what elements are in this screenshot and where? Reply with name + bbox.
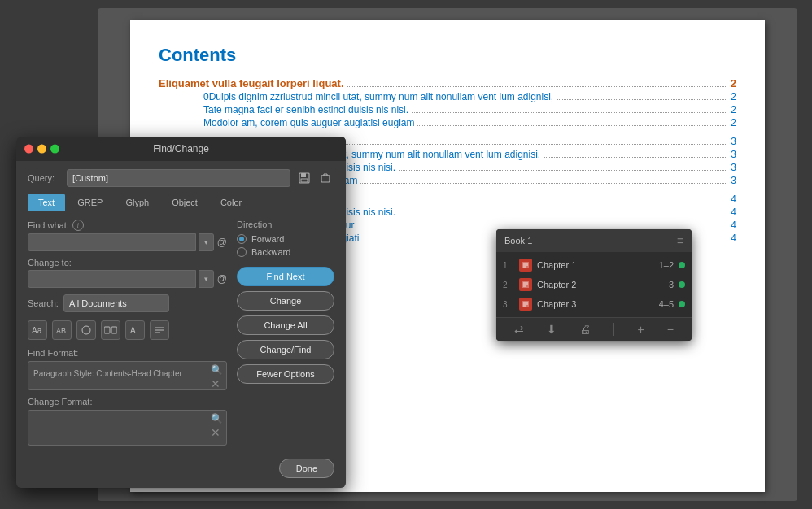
svg-rect-11 xyxy=(104,327,110,333)
toc-sub-page: 2 xyxy=(731,117,736,128)
toc-sub-page: 4 xyxy=(731,207,736,218)
toolbar-icons: Aa AB xyxy=(28,320,227,340)
toc-dots xyxy=(399,170,727,171)
toc-dots xyxy=(557,99,727,100)
tab-color[interactable]: Color xyxy=(210,194,252,211)
toc-dots xyxy=(357,228,727,228)
book-chapter-item-3[interactable]: 3 Chapter 3 4–5 xyxy=(496,294,692,314)
fewer-options-button[interactable]: Fewer Options xyxy=(237,364,334,384)
book-synchronize-icon[interactable]: ⇄ xyxy=(514,323,524,336)
traffic-lights xyxy=(24,145,59,154)
change-find-button[interactable]: Change/Find xyxy=(237,340,334,359)
find-what-info-icon[interactable]: i xyxy=(72,220,84,231)
toc-page-1: 2 xyxy=(731,77,736,89)
change-format-box: 🔍 ✕ xyxy=(28,410,227,446)
chapter-icon-1 xyxy=(519,259,532,272)
toc-dots xyxy=(412,112,727,113)
change-to-row: Change to: ▾ @ xyxy=(28,258,227,288)
book-footer: ⇄ ⬇ 🖨 + − xyxy=(496,317,692,341)
book-menu-icon[interactable]: ≡ xyxy=(677,234,683,247)
search-option-4[interactable] xyxy=(101,320,120,340)
query-row: Query: [Custom] xyxy=(28,169,334,187)
chapter-pages-1: 1–2 xyxy=(659,260,674,270)
tab-grep[interactable]: GREP xyxy=(67,194,113,211)
toc-page-3: 4 xyxy=(731,194,736,205)
toc-sub-1-1: 0Duipis dignim zzriustrud mincil utat, s… xyxy=(159,91,736,102)
change-format-search-icon[interactable]: 🔍 xyxy=(211,414,223,424)
change-all-button[interactable]: Change All xyxy=(237,315,334,335)
change-to-input-row: ▾ @ xyxy=(28,270,227,288)
find-what-dropdown[interactable]: ▾ xyxy=(199,233,214,251)
backward-radio[interactable]: Backward xyxy=(237,247,334,257)
text-format-icon[interactable]: A xyxy=(125,320,145,340)
done-button[interactable]: Done xyxy=(279,459,334,478)
dialog-body: Query: [Custom] xyxy=(16,161,346,488)
chapter-pages-3: 4–5 xyxy=(659,299,674,309)
forward-radio[interactable]: Forward xyxy=(237,234,334,244)
case-sensitive-icon[interactable]: Aa xyxy=(28,320,47,340)
book-chapter-item-2[interactable]: 2 Chapter 2 3 xyxy=(496,275,692,294)
chapter-num-1: 1 xyxy=(503,261,514,270)
toc-page-2: 3 xyxy=(731,136,736,147)
toc-sub-page: 2 xyxy=(731,91,736,102)
save-query-icon[interactable] xyxy=(295,169,313,187)
change-to-label: Change to: xyxy=(28,258,227,268)
chapter-icon-3 xyxy=(519,298,532,311)
book-header: Book 1 ≡ xyxy=(496,229,692,252)
change-format-clear-icon[interactable]: ✕ xyxy=(211,427,223,438)
chapter-status-2 xyxy=(679,281,685,288)
find-what-at[interactable]: @ xyxy=(217,237,227,248)
toc-sub-page: 4 xyxy=(731,233,736,244)
delete-query-icon[interactable] xyxy=(317,169,334,187)
toc-dots xyxy=(360,183,727,184)
tab-object[interactable]: Object xyxy=(161,194,208,211)
left-column: Find what: i ▾ @ Change to: xyxy=(28,220,227,452)
toc-dots xyxy=(399,215,727,215)
two-col-layout: Find what: i ▾ @ Change to: xyxy=(28,220,334,452)
book-chapter-item-1[interactable]: 1 Chapter 1 1–2 xyxy=(496,255,692,275)
close-button[interactable] xyxy=(24,145,33,154)
tab-glyph[interactable]: Glyph xyxy=(115,194,159,211)
toc-dots xyxy=(544,157,727,158)
change-to-dropdown[interactable]: ▾ xyxy=(199,270,214,288)
book-print-icon[interactable]: 🖨 xyxy=(579,323,591,336)
change-format-label: Change Format: xyxy=(28,397,227,407)
maximize-button[interactable] xyxy=(50,145,59,154)
toc-sub-page: 3 xyxy=(731,162,736,173)
search-select[interactable]: All Documents xyxy=(63,294,169,312)
chapter-num-3: 3 xyxy=(503,300,514,309)
change-to-input[interactable] xyxy=(28,270,196,288)
chapter-status-3 xyxy=(679,301,685,307)
toc-sub-text-1-1: 0Duipis dignim zzriustrud mincil utat, s… xyxy=(203,91,553,102)
find-format-clear-icon[interactable]: ✕ xyxy=(211,378,223,389)
find-format-search-icon[interactable]: 🔍 xyxy=(211,365,223,375)
find-next-button[interactable]: Find Next xyxy=(237,267,334,286)
tab-text[interactable]: Text xyxy=(28,194,65,211)
chapter-num-2: 2 xyxy=(503,281,514,289)
find-what-label: Find what: i xyxy=(28,220,227,231)
tabs-row: Text GREP Glyph Object Color xyxy=(28,194,334,211)
search-option-3[interactable] xyxy=(76,320,96,340)
chapter-name-1: Chapter 1 xyxy=(537,260,654,270)
chapter-status-1 xyxy=(679,262,685,268)
doc-title: Contents xyxy=(159,45,736,66)
find-format-label: Find Format: xyxy=(28,348,227,358)
change-to-at[interactable]: @ xyxy=(217,273,227,285)
minimize-button[interactable] xyxy=(37,145,46,154)
find-format-box: Paragraph Style: Contents-Head Chapter 🔍… xyxy=(28,361,227,390)
change-button[interactable]: Change xyxy=(237,291,334,311)
book-save-icon[interactable]: ⬇ xyxy=(547,323,557,336)
book-add-icon[interactable]: + xyxy=(637,323,644,336)
find-format-value: Paragraph Style: Contents-Head Chapter xyxy=(33,369,182,378)
book-remove-icon[interactable]: − xyxy=(667,323,674,336)
toc-sub-1-3: Modolor am, corem quis auguer augiatisi … xyxy=(159,117,736,128)
toc-sub-1-2: Tate magna faci er senibh estinci duisis… xyxy=(159,104,736,115)
chapter-icon-2 xyxy=(519,278,532,291)
whole-word-icon[interactable]: AB xyxy=(52,320,72,340)
chapter-pages-2: 3 xyxy=(669,280,674,289)
find-format-section: Find Format: Paragraph Style: Contents-H… xyxy=(28,348,227,390)
find-what-input[interactable] xyxy=(28,233,196,251)
forward-label: Forward xyxy=(251,234,284,244)
query-select[interactable]: [Custom] xyxy=(67,169,290,187)
paragraph-icon[interactable] xyxy=(150,320,169,340)
